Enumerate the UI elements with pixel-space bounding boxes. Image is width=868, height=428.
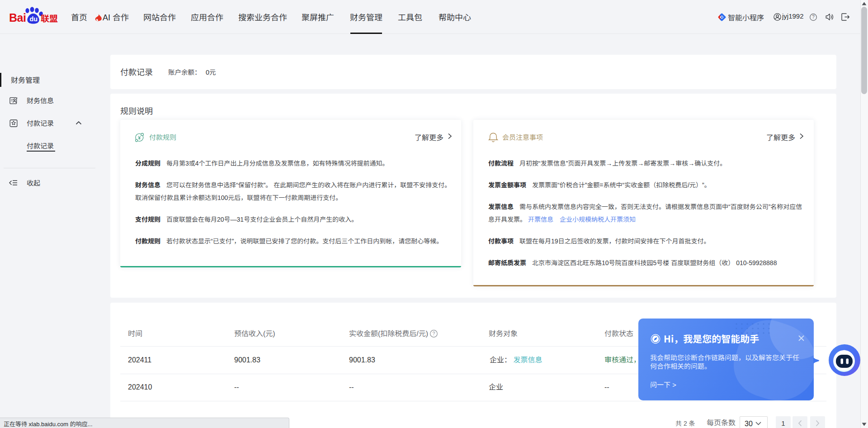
svg-text:du: du bbox=[30, 15, 38, 23]
svg-text:?: ? bbox=[433, 331, 435, 336]
svg-text:Bai: Bai bbox=[9, 11, 26, 24]
svg-text:?: ? bbox=[812, 14, 815, 19]
svg-text:联盟: 联盟 bbox=[41, 12, 58, 24]
